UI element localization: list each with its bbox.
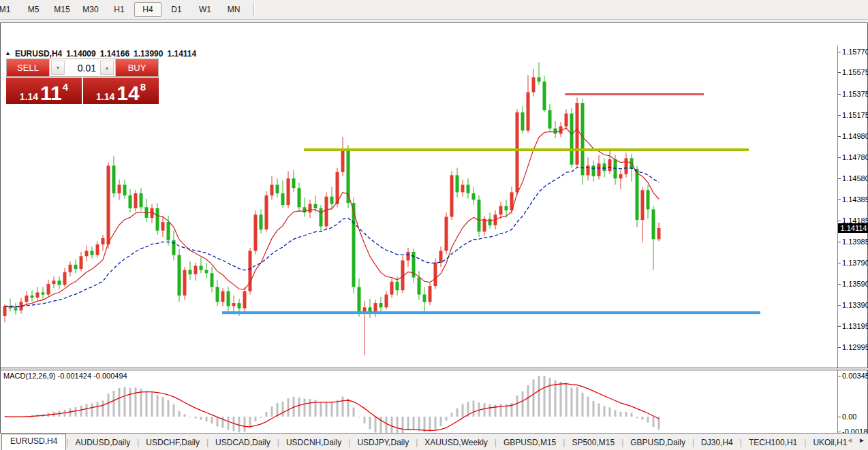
tab-scroll-left-icon[interactable]: ◄ [846, 436, 853, 444]
current-price-tag: 1.14114 [838, 223, 868, 233]
buy-button[interactable]: BUY [116, 59, 158, 76]
sell-price-big: 11 [40, 84, 62, 102]
tab-gbpusd-daily[interactable]: GBPUSD,Daily [623, 436, 692, 449]
price-axis-label: 1.15175 [842, 111, 868, 119]
trade-prices-row: 1.14 11 4 1.14 14 8 [6, 78, 159, 104]
price-axis-tick [838, 199, 841, 200]
tab-usdjpy-daily[interactable]: USDJPY,Daily [350, 436, 416, 449]
price-axis-label: 1.14580 [842, 174, 868, 182]
chart-tabs: EURUSD,H4|AUDUSD,Daily|USDCHF,Daily|USDC… [0, 434, 854, 450]
volume-decrease-button[interactable]: ▼ [51, 61, 65, 75]
one-click-collapse-icon[interactable]: ▲ [5, 50, 11, 57]
tab-audusd-daily[interactable]: AUDUSD,Daily [68, 436, 137, 449]
ohlc-high: 1.14166 [100, 49, 129, 59]
price-axis-tick [838, 221, 841, 221]
chart-title: ▲ EURUSD,H4 1.14009 1.14166 1.13990 1.14… [5, 49, 196, 59]
price-axis-label: 1.14185 [842, 216, 868, 225]
price-axis-tick [838, 242, 841, 242]
tab-usdcnh-daily[interactable]: USDCNH,Daily [279, 436, 348, 449]
macd-axis-tick [838, 376, 841, 376]
macd-axis-label: 0.003452 [842, 372, 868, 380]
volume-spinner: ▼ 0.01 ▲ [49, 59, 116, 76]
timeframe-d1[interactable]: D1 [163, 2, 190, 17]
tab-xauusd-weekly[interactable]: XAUUSD,Weekly [418, 436, 494, 449]
price-pane[interactable]: ▲ EURUSD,H4 1.14009 1.14166 1.13990 1.14… [1, 46, 837, 368]
price-axis-label: 1.13985 [842, 238, 868, 246]
price-axis-tick [838, 326, 841, 327]
timeframe-m15[interactable]: M15 [48, 2, 76, 17]
price-axis-tick [838, 115, 841, 116]
tab-sp500-m15[interactable]: SP500,M15 [565, 436, 621, 449]
ohlc-low: 1.13990 [134, 49, 163, 59]
chart-tabs-bar: EURUSD,H4|AUDUSD,Daily|USDCHF,Daily|USDC… [0, 433, 868, 450]
macd-axis-tick [838, 417, 841, 417]
timeframe-mn[interactable]: MN [220, 2, 247, 17]
price-axis[interactable]: 1.14114 1.157701.155751.153751.151751.14… [837, 46, 868, 439]
timeframe-m5[interactable]: M5 [20, 2, 47, 17]
price-axis-label: 1.13590 [842, 280, 868, 288]
macd-indicator-label: MACD(12,26,9) -0.001424 -0.000494 [3, 372, 127, 380]
sell-button[interactable]: SELL [7, 59, 49, 76]
price-axis-label: 1.14385 [842, 195, 868, 204]
price-axis-label: 1.15375 [842, 90, 868, 98]
toolbar-separator [253, 3, 255, 16]
sell-price-prefix: 1.14 [20, 91, 38, 102]
trade-controls-row: SELL ▼ 0.01 ▲ BUY [6, 59, 159, 77]
ohlc-close: 1.14114 [167, 49, 196, 59]
timeframe-w1[interactable]: W1 [191, 2, 219, 17]
price-axis-label: 1.13390 [842, 301, 868, 309]
sell-price-panel[interactable]: 1.14 11 4 [6, 78, 82, 104]
one-click-trading-widget: SELL ▼ 0.01 ▲ BUY 1.14 [6, 59, 159, 104]
timeframe-buttons: M1M5M15M30H1H4D1W1MN [0, 0, 248, 19]
mt4-application: M1M5M15M30H1H4D1W1MN ▲ EURUSD,H4 1.14009… [0, 0, 868, 450]
ohlc-open: 1.14009 [66, 49, 95, 59]
tab-scroll-arrows: ◄ ► [846, 436, 865, 444]
tab-eurusd-h4[interactable]: EURUSD,H4 [1, 434, 66, 450]
tab-scroll-right-icon[interactable]: ► [858, 436, 865, 444]
price-axis-tick [838, 157, 841, 158]
price-axis-label: 1.14780 [842, 153, 868, 161]
price-axis-tick [838, 136, 841, 137]
timeframe-m1[interactable]: M1 [0, 2, 18, 17]
macd-chart [1, 370, 837, 438]
chart-window: ▲ EURUSD,H4 1.14009 1.14166 1.13990 1.14… [0, 22, 868, 433]
price-axis-tick [838, 178, 841, 179]
macd-axis-tick [838, 432, 841, 432]
price-axis-label: 1.14980 [842, 132, 868, 140]
chart-symbol-label: EURUSD,H4 [15, 49, 62, 59]
tab-usdchf-daily[interactable]: USDCHF,Daily [139, 436, 206, 449]
price-axis-tick [838, 284, 841, 285]
price-axis-label: 1.15575 [842, 68, 868, 76]
tab-dj30-h4[interactable]: DJ30,H4 [694, 436, 740, 449]
buy-price-prefix: 1.14 [96, 91, 114, 102]
tab-usdcad-daily[interactable]: USDCAD,Daily [208, 436, 277, 449]
price-axis-label: 1.13195 [842, 322, 868, 330]
chevron-down-icon: ▼ [56, 65, 61, 70]
buy-price-panel[interactable]: 1.14 14 8 [83, 78, 159, 104]
price-axis-tick [838, 305, 841, 306]
price-axis-tick [838, 94, 841, 95]
timeframe-toolbar: M1M5M15M30H1H4D1W1MN [0, 0, 868, 20]
price-axis-tick [838, 72, 841, 73]
timeframe-h1[interactable]: H1 [106, 2, 133, 17]
tab-tech100-h1[interactable]: TECH100,H1 [742, 436, 804, 449]
price-axis-tick [838, 52, 841, 52]
price-axis-tick [838, 347, 841, 348]
volume-increase-button[interactable]: ▲ [100, 61, 114, 75]
price-axis-tick [838, 263, 841, 263]
sell-price-sup: 4 [63, 81, 68, 93]
timeframe-h4[interactable]: H4 [134, 2, 161, 17]
volume-input[interactable]: 0.01 [66, 59, 99, 76]
chevron-up-icon: ▲ [105, 65, 110, 70]
timeframe-m30[interactable]: M30 [77, 2, 104, 17]
buy-price-sup: 8 [140, 81, 146, 93]
macd-pane[interactable]: MACD(12,26,9) -0.001424 -0.000494 [1, 370, 837, 438]
price-axis-label: 1.13790 [842, 259, 868, 267]
price-axis-label: 1.12995 [842, 343, 868, 351]
buy-price-big: 14 [117, 84, 139, 102]
macd-axis-label: 0.00 [842, 413, 856, 421]
price-axis-label: 1.15770 [842, 48, 868, 56]
tab-gbpusd-m15[interactable]: GBPUSD,M15 [497, 436, 563, 449]
